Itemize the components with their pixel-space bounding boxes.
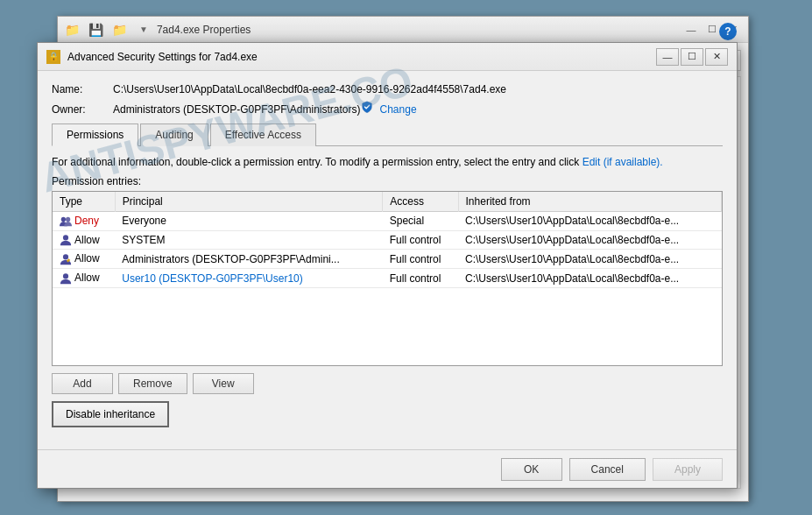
ok-button[interactable]: OK — [501, 458, 562, 481]
table-action-buttons: Add Remove View — [52, 373, 723, 394]
table-row[interactable]: AllowUser10 (DESKTOP-G0PF3PF\User10)Full… — [53, 269, 722, 288]
view-button[interactable]: View — [193, 373, 254, 394]
owner-row: Owner: Administrators (DESKTOP-G0PF3PF\A… — [52, 101, 723, 116]
permission-table-body: DenyEveryoneSpecialC:\Users\User10\AppDa… — [53, 211, 722, 287]
cell-principal: User10 (DESKTOP-G0PF3PF\User10) — [115, 269, 383, 288]
apply-button[interactable]: Apply — [653, 458, 723, 481]
owner-value: Administrators (DESKTOP-G0PF3PF\Administ… — [113, 103, 361, 116]
tabs-container: Permissions Auditing Effective Access — [52, 123, 723, 146]
dialog-titlebar: 🔒 Advanced Security Settings for 7ad4.ex… — [38, 43, 737, 71]
cell-access: Full control — [383, 230, 458, 250]
name-row: Name: C:\Users\User10\AppData\Local\8ecb… — [52, 83, 723, 95]
cell-type: Allow — [53, 250, 115, 269]
svg-point-1 — [66, 216, 70, 221]
cell-principal: Everyone — [115, 211, 383, 230]
table-row[interactable]: AllowSYSTEMFull controlC:\Users\User10\A… — [53, 230, 722, 250]
dialog-close-button[interactable]: ✕ — [705, 48, 728, 66]
user-icon — [60, 272, 72, 285]
edit-link[interactable]: Edit (if available). — [583, 156, 663, 168]
cancel-button[interactable]: Cancel — [569, 458, 646, 481]
owner-label: Owner: — [52, 103, 113, 116]
dialog-title: Advanced Security Settings for 7ad4.exe — [67, 51, 656, 63]
cell-access: Special — [383, 211, 458, 230]
dialog-body: Name: C:\Users\User10\AppData\Local\8ecb… — [38, 71, 737, 440]
dialog-icon: 🔒 — [46, 50, 60, 64]
dialog-minimize-button[interactable]: — — [656, 48, 679, 66]
user-icon — [60, 253, 72, 265]
help-button[interactable]: ? — [719, 23, 737, 40]
cell-access: Full control — [383, 269, 458, 288]
remove-button[interactable]: Remove — [118, 373, 187, 394]
dialog-maximize-button[interactable]: ☐ — [681, 48, 703, 66]
advanced-security-dialog: 🔒 Advanced Security Settings for 7ad4.ex… — [37, 42, 738, 489]
permission-table-container[interactable]: Type Principal Access Inherited from Den… — [52, 191, 723, 366]
cell-inherited: C:\Users\User10\AppData\Local\8ecbdf0a-e… — [458, 250, 721, 269]
shield-icon — [361, 101, 373, 113]
cell-access: Full control — [383, 250, 458, 269]
col-type: Type — [53, 192, 115, 212]
svg-point-2 — [63, 236, 68, 241]
table-row[interactable]: AllowAdministrators (DESKTOP-G0PF3PF\Adm… — [53, 250, 722, 269]
cell-inherited: C:\Users\User10\AppData\Local\8ecbdf0a-e… — [458, 211, 721, 230]
cell-principal: SYSTEM — [115, 230, 383, 250]
cell-inherited: C:\Users\User10\AppData\Local\8ecbdf0a-e… — [458, 230, 721, 250]
explorer-maximize-button[interactable]: ☐ — [704, 22, 720, 38]
cell-inherited: C:\Users\User10\AppData\Local\8ecbdf0a-e… — [458, 269, 721, 288]
svg-point-4 — [63, 273, 68, 279]
svg-point-0 — [61, 216, 66, 221]
name-label: Name: — [52, 83, 113, 95]
tab-auditing[interactable]: Auditing — [140, 123, 208, 146]
tab-effective-access[interactable]: Effective Access — [210, 123, 316, 146]
user-icon — [60, 215, 72, 228]
svg-point-3 — [63, 255, 68, 260]
col-access: Access — [383, 192, 458, 212]
permission-table: Type Principal Access Inherited from Den… — [53, 192, 722, 288]
cell-type: Allow — [53, 269, 115, 288]
cell-type: Allow — [53, 230, 115, 250]
cell-principal: Administrators (DESKTOP-G0PF3PF\Admini..… — [115, 250, 383, 269]
explorer-minimize-button[interactable]: — — [683, 22, 699, 38]
name-value: C:\Users\User10\AppData\Local\8ecbdf0a-e… — [113, 83, 506, 95]
explorer-titlebar: 📁 💾 📁 ▼ 7ad4.exe Properties — ☐ ✕ — [58, 17, 748, 43]
change-owner-link[interactable]: Change — [380, 103, 417, 116]
user-icon — [60, 234, 72, 246]
add-button[interactable]: Add — [52, 373, 113, 394]
info-text: For additional information, double-click… — [52, 155, 723, 170]
dialog-footer: OK Cancel Apply — [38, 449, 737, 488]
section-label: Permission entries: — [52, 175, 723, 187]
disable-inheritance-button[interactable]: Disable inheritance — [52, 401, 169, 427]
col-inherited: Inherited from — [458, 192, 721, 212]
explorer-title: 7ad4.exe Properties — [157, 24, 678, 36]
dialog-title-buttons: — ☐ ✕ — [656, 48, 728, 66]
col-principal: Principal — [115, 192, 383, 212]
cell-type: Deny — [53, 211, 115, 230]
tab-permissions[interactable]: Permissions — [52, 123, 138, 146]
table-row[interactable]: DenyEveryoneSpecialC:\Users\User10\AppDa… — [53, 211, 722, 230]
table-header-row: Type Principal Access Inherited from — [53, 192, 722, 212]
